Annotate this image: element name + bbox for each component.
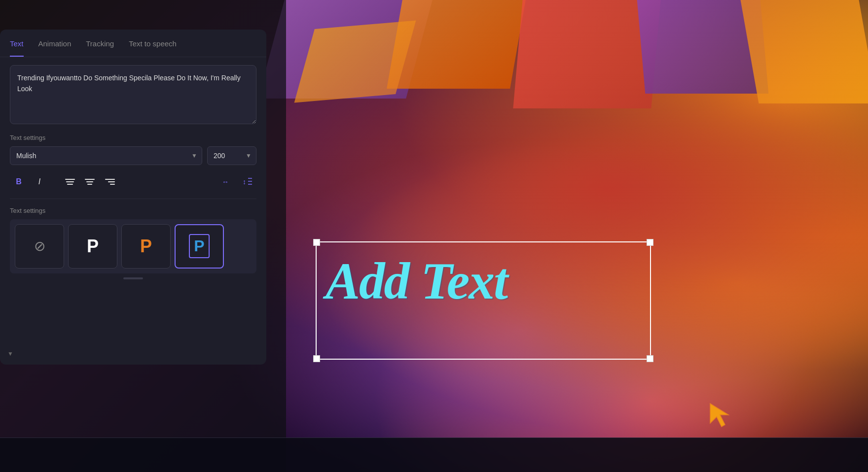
divider-1 — [10, 199, 256, 199]
font-size-wrapper: 200 100 150 250 300 ▼ — [207, 146, 256, 165]
tab-tracking[interactable]: Tracking — [86, 39, 114, 57]
preset-orange-letter: P — [140, 236, 152, 257]
bg-panel-5 — [740, 0, 868, 103]
tab-text[interactable]: Text — [10, 39, 24, 57]
font-row: Mulish Arial Georgia Roboto Open Sans ▼ … — [10, 146, 256, 165]
align-left-button[interactable] — [61, 173, 79, 191]
letter-spacing-button[interactable]: ↔ — [218, 173, 236, 191]
font-family-wrapper: Mulish Arial Georgia Roboto Open Sans ▼ — [10, 146, 202, 165]
svg-text:↔: ↔ — [222, 178, 229, 186]
align-right-button[interactable] — [101, 173, 119, 191]
scroll-indicator — [123, 277, 143, 279]
bold-button[interactable]: B — [10, 173, 28, 191]
tab-animation[interactable]: Animation — [38, 39, 72, 57]
line-height-button[interactable]: ↕ — [239, 173, 256, 191]
preset-none-icon: ⊘ — [34, 238, 45, 254]
textarea-wrapper: Trending Ifyouwantto Do Something Specil… — [10, 65, 256, 126]
svg-text:↕: ↕ — [243, 178, 246, 186]
font-family-select[interactable]: Mulish Arial Georgia Roboto Open Sans — [10, 146, 202, 165]
preset-none[interactable]: ⊘ — [15, 224, 64, 269]
font-size-select[interactable]: 200 100 150 250 300 — [207, 146, 256, 165]
text-settings-label-2: Text settings — [10, 207, 256, 214]
panel-scroll-area: Trending Ifyouwantto Do Something Specil… — [0, 57, 266, 360]
preset-purple[interactable]: P — [175, 224, 224, 269]
preset-white[interactable]: P — [68, 224, 117, 269]
bottom-strip — [0, 438, 868, 472]
text-input[interactable]: Trending Ifyouwantto Do Something Specil… — [10, 65, 256, 124]
tab-tts[interactable]: Text to speech — [129, 39, 177, 57]
text-panel: Text Animation Tracking Text to speech T… — [0, 30, 266, 365]
style-presets-row: ⊘ P P P — [10, 219, 256, 273]
preset-white-letter: P — [87, 236, 99, 257]
preset-purple-letter: P — [189, 234, 209, 258]
align-group — [61, 173, 119, 191]
text-settings-label-1: Text settings — [10, 134, 256, 141]
tab-bar: Text Animation Tracking Text to speech — [0, 30, 266, 57]
italic-button[interactable]: I — [31, 173, 48, 191]
preset-orange[interactable]: P — [121, 224, 171, 269]
collapse-arrow[interactable]: ▼ — [7, 350, 13, 357]
align-center-button[interactable] — [81, 173, 99, 191]
format-toolbar: B I — [10, 173, 256, 191]
